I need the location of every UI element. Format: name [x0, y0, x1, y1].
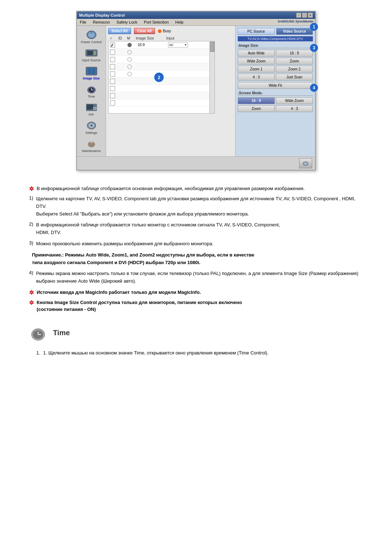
time-label: Time — [88, 95, 95, 98]
minimize-button[interactable]: - — [296, 13, 301, 18]
menu-port-selection[interactable]: Port Selection — [142, 20, 170, 25]
time-section: Time — [29, 324, 363, 342]
item-num-1: 1) — [29, 195, 33, 201]
app-body: Power Control Input Source — [77, 26, 315, 156]
table-row — [109, 56, 209, 63]
header-id: ID — [118, 36, 126, 40]
main-area: Select All Clear All Busy ✓ ID M Image S… — [106, 26, 235, 156]
pc-source-button[interactable]: PC Source — [238, 28, 275, 35]
size-16-9-button[interactable]: 16 : 9 — [276, 50, 313, 57]
row1-m — [127, 43, 132, 47]
row7-checkbox[interactable] — [110, 86, 115, 91]
sidebar: Power Control Input Source — [77, 26, 106, 156]
sidebar-item-input-source[interactable]: Input Source — [78, 47, 105, 63]
table-row — [109, 99, 209, 107]
sidebar-item-pip[interactable]: PIP — [78, 101, 105, 117]
image-size-label: Image Size — [83, 77, 100, 80]
row1-image-size: 16:9 — [138, 43, 167, 47]
row1-checkbox[interactable]: ✓ — [110, 42, 115, 48]
image-size-section-label: -Image Size- — [238, 44, 313, 48]
numbered-item-4: 4) Режимы экрана можно настроить только … — [29, 270, 363, 285]
row8-checkbox[interactable] — [110, 93, 115, 98]
row9-checkbox[interactable] — [110, 100, 115, 106]
screen-16-9-button[interactable]: 16 : 9 — [238, 97, 275, 104]
svg-rect-5 — [94, 52, 96, 53]
item-text-1: Щелкните на карточке TV, AV, S-VIDEO, Co… — [36, 195, 363, 218]
maximize-button[interactable]: □ — [302, 13, 307, 18]
input-source-label: Input Source — [82, 58, 101, 62]
menu-bar: File Remocon Safety Lock Port Selection … — [77, 19, 315, 26]
badge-3: 3 — [310, 44, 318, 52]
wide-zoom-button[interactable]: Wide Zoom — [238, 58, 275, 65]
sidebar-item-image-size[interactable]: Image Size — [78, 65, 105, 81]
row2-checkbox[interactable] — [110, 50, 115, 55]
4-3-button[interactable]: 4 : 3 — [238, 74, 275, 81]
maintenance-icon — [85, 138, 98, 149]
select-all-button[interactable]: Select All — [108, 28, 131, 34]
zoom-button[interactable]: Zoom — [276, 58, 313, 65]
title-bar: Multiple Display Control - □ × — [77, 12, 315, 19]
time-instruction-1: 1. 1. Щелкните мышью на основном значке … — [36, 349, 363, 357]
row2-m — [127, 50, 132, 54]
row5-checkbox[interactable] — [110, 71, 115, 77]
menu-help[interactable]: Help — [174, 20, 185, 25]
instruction-text: 1. Щелкните мышью на основном значке Tim… — [43, 349, 269, 357]
item-text-3: Можно произвольно изменить размеры изобр… — [36, 240, 213, 248]
busy-label: Busy — [163, 29, 171, 33]
zoom1-button[interactable]: Zoom 1 — [238, 66, 275, 73]
row6-checkbox[interactable] — [110, 79, 115, 84]
row4-checkbox[interactable] — [110, 64, 115, 69]
screen-4-3-button[interactable]: 4 : 3 — [276, 105, 313, 112]
just-scan-button[interactable]: Just Scan — [276, 74, 313, 81]
star-item-intro: ✲ В информационной таблице отображается … — [29, 185, 363, 192]
screen-mode-label: -Screen Mode- — [238, 91, 313, 96]
header-image-size: Image Size — [136, 36, 165, 40]
menu-file[interactable]: File — [78, 20, 88, 25]
instruction-num: 1. — [36, 349, 40, 357]
sidebar-item-time[interactable]: Time — [78, 83, 105, 99]
star-icon-image-size: ✲ — [29, 299, 34, 306]
row1-input[interactable]: AV▼ — [168, 42, 190, 48]
star-text-image-size: Кнопка Image Size Control доступна тольк… — [37, 299, 242, 313]
row3-checkbox[interactable] — [110, 57, 115, 62]
signal-row: TV,AV,S-Video,Component,HDMI,DTV — [238, 36, 313, 41]
sidebar-item-maintenance[interactable]: Maintenance — [78, 138, 105, 153]
table-row — [109, 92, 209, 99]
wide-fit-button[interactable]: Wide Fit — [238, 82, 313, 89]
app-footer — [77, 156, 315, 170]
image-size-section: -Image Size- Auto Wide 16 : 9 Wide Zoom … — [238, 44, 313, 89]
data-table: ✓ 16:9 AV▼ — [108, 41, 210, 114]
input-source-icon — [85, 48, 98, 58]
footer-button[interactable] — [299, 158, 312, 168]
svg-rect-30 — [39, 329, 41, 331]
screen-mode-section: -Screen Mode- 16 : 9 Wide Zoom Zoom 4 : … — [238, 91, 313, 112]
bullet-section: ✲ В информационной таблице отображается … — [29, 185, 363, 313]
screen-wide-zoom-button[interactable]: Wide Zoom — [276, 97, 313, 104]
row4-m — [127, 65, 132, 69]
power-control-icon — [85, 29, 98, 40]
sidebar-item-settings[interactable]: Settings — [78, 119, 105, 135]
auto-wide-button[interactable]: Auto Wide — [238, 50, 275, 57]
screen-mode-grid: 16 : 9 Wide Zoom Zoom 4 : 3 — [238, 97, 313, 112]
image-size-grid: Auto Wide 16 : 9 Wide Zoom Zoom Zoom 1 Z… — [238, 50, 313, 81]
menu-safety-lock[interactable]: Safety Lock — [115, 20, 139, 25]
zoom2-button[interactable]: Zoom 2 — [276, 66, 313, 73]
time-section-title: Time — [53, 329, 70, 337]
time-instructions: 1. 1. Щелкните мышью на основном значке … — [29, 349, 363, 357]
app-window: Multiple Display Control - □ × File Remo… — [76, 11, 316, 171]
badge-1: 1 — [310, 23, 318, 31]
video-source-button[interactable]: Video Source — [276, 28, 313, 35]
star-icon-magicinfo: ✲ — [29, 289, 34, 296]
time-icon — [29, 324, 47, 342]
image-size-icon — [85, 66, 98, 77]
svg-rect-4 — [87, 51, 93, 55]
numbered-item-3: 3) Можно произвольно изменить размеры из… — [29, 240, 363, 248]
clear-all-button[interactable]: Clear All — [134, 28, 155, 34]
sidebar-item-power-control[interactable]: Power Control — [78, 29, 105, 45]
power-control-label: Power Control — [81, 40, 102, 44]
pip-icon — [85, 102, 98, 113]
menu-remocon[interactable]: Remocon — [91, 20, 111, 25]
row3-m — [127, 57, 132, 62]
close-button[interactable]: × — [308, 13, 313, 18]
screen-zoom-button[interactable]: Zoom — [238, 105, 275, 112]
